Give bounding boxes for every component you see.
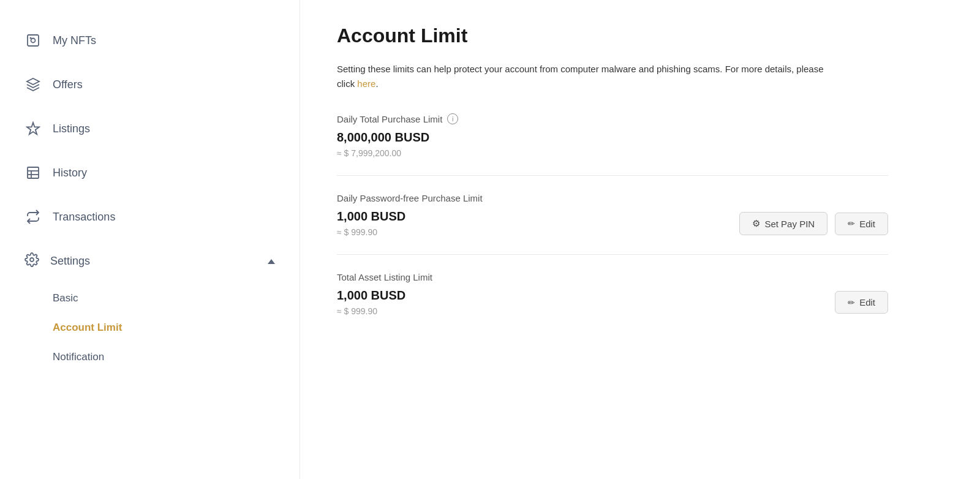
main-content: Account Limit Setting these limits can h… xyxy=(300,0,980,479)
sidebar-item-settings[interactable]: Settings xyxy=(0,239,300,284)
gear-icon: ⚙ xyxy=(752,218,760,229)
daily-total-limit-label: Daily Total Purchase Limit i xyxy=(337,113,888,124)
transactions-icon xyxy=(24,208,42,225)
daily-total-amount: 8,000,000 BUSD xyxy=(337,130,429,145)
daily-password-free-amount: 1,000 BUSD xyxy=(337,209,405,224)
sidebar-item-history-label: History xyxy=(53,167,87,179)
total-asset-listing-usd: ≈ $ 999.90 xyxy=(337,306,405,316)
description-end: . xyxy=(375,78,378,89)
edit-asset-icon: ✏ xyxy=(848,298,855,307)
history-icon xyxy=(24,164,42,181)
sidebar: My NFTs Offers Listings History Transact… xyxy=(0,0,300,479)
sidebar-item-listings[interactable]: Listings xyxy=(0,107,300,151)
sidebar-subitem-basic[interactable]: Basic xyxy=(0,284,300,313)
daily-password-free-usd: ≈ $ 999.90 xyxy=(337,227,405,237)
total-asset-listing-limit-section: Total Asset Listing Limit 1,000 BUSD ≈ $… xyxy=(337,254,888,333)
sidebar-settings-label: Settings xyxy=(50,255,90,268)
daily-password-free-limit-section: Daily Password-free Purchase Limit 1,000… xyxy=(337,175,888,254)
set-pay-pin-button[interactable]: ⚙ Set Pay PIN xyxy=(739,212,827,235)
edit-button-password-free[interactable]: ✏ Edit xyxy=(835,213,888,235)
daily-total-limit-row: 8,000,000 BUSD ≈ $ 7,999,200.00 xyxy=(337,130,888,158)
settings-chevron-up-icon xyxy=(268,259,275,264)
sidebar-item-offers[interactable]: Offers xyxy=(0,62,300,107)
sidebar-item-history[interactable]: History xyxy=(0,151,300,195)
settings-subitems: Basic Account Limit Notification xyxy=(0,284,300,372)
edit-asset-label: Edit xyxy=(859,297,875,307)
sidebar-item-listings-label: Listings xyxy=(53,123,90,135)
sidebar-item-my-nfts-label: My NFTs xyxy=(53,34,96,47)
description-text: Setting these limits can help protect yo… xyxy=(337,64,824,89)
total-asset-listing-limit-row: 1,000 BUSD ≈ $ 999.90 ✏ Edit xyxy=(337,289,888,316)
svg-point-1 xyxy=(31,39,36,43)
svg-rect-3 xyxy=(28,167,39,178)
listings-icon xyxy=(24,120,42,137)
offers-icon xyxy=(24,76,42,93)
daily-password-free-limit-label: Daily Password-free Purchase Limit xyxy=(337,193,888,203)
daily-total-usd: ≈ $ 7,999,200.00 xyxy=(337,148,429,158)
sidebar-subitem-notification[interactable]: Notification xyxy=(0,342,300,372)
svg-point-7 xyxy=(30,258,34,262)
svg-rect-0 xyxy=(28,35,39,46)
edit-button-asset-listing[interactable]: ✏ Edit xyxy=(835,291,888,314)
total-asset-listing-limit-label: Total Asset Listing Limit xyxy=(337,272,888,282)
description-link[interactable]: here xyxy=(357,78,375,89)
sidebar-subitem-account-limit[interactable]: Account Limit xyxy=(0,313,300,342)
daily-total-info-icon[interactable]: i xyxy=(447,113,458,124)
daily-password-free-limit-row: 1,000 BUSD ≈ $ 999.90 ⚙ Set Pay PIN ✏ Ed… xyxy=(337,209,888,237)
total-asset-listing-limit-values: 1,000 BUSD ≈ $ 999.90 xyxy=(337,289,405,316)
set-pay-pin-label: Set Pay PIN xyxy=(764,219,815,229)
description: Setting these limits can help protect yo… xyxy=(337,62,839,91)
nft-icon xyxy=(24,32,42,49)
page-title: Account Limit xyxy=(337,25,943,47)
sidebar-item-transactions[interactable]: Transactions xyxy=(0,195,300,239)
sidebar-item-transactions-label: Transactions xyxy=(53,211,115,224)
total-asset-listing-actions: ✏ Edit xyxy=(835,291,888,314)
daily-total-limit-values: 8,000,000 BUSD ≈ $ 7,999,200.00 xyxy=(337,130,429,158)
total-asset-listing-amount: 1,000 BUSD xyxy=(337,289,405,303)
sidebar-item-my-nfts[interactable]: My NFTs xyxy=(0,18,300,62)
sidebar-item-offers-label: Offers xyxy=(53,78,83,91)
settings-icon xyxy=(24,252,39,270)
daily-total-limit-section: Daily Total Purchase Limit i 8,000,000 B… xyxy=(337,113,888,175)
daily-password-free-limit-values: 1,000 BUSD ≈ $ 999.90 xyxy=(337,209,405,237)
daily-password-free-actions: ⚙ Set Pay PIN ✏ Edit xyxy=(739,212,888,235)
edit-icon: ✏ xyxy=(848,219,855,228)
edit-label: Edit xyxy=(859,219,875,229)
